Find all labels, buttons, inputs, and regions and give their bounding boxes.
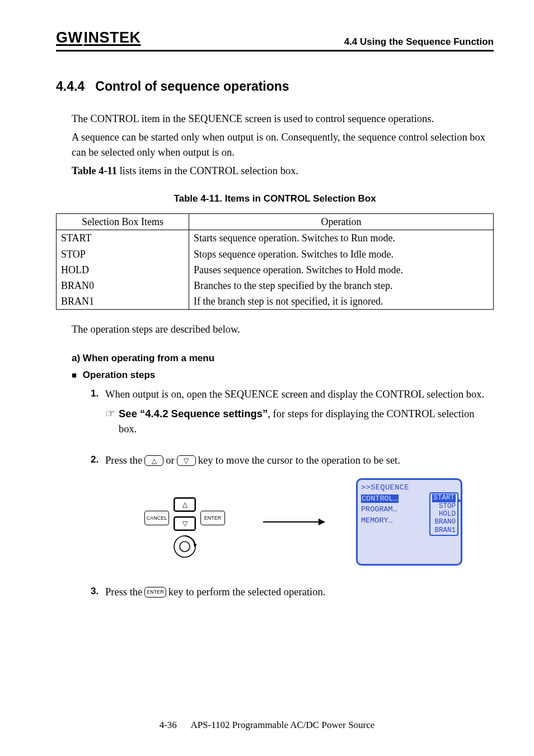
lcd-menu-item: BRAN0 bbox=[432, 518, 456, 526]
operation-steps-heading: ■ Operation steps bbox=[72, 368, 494, 382]
step-2: 2. Press the △ or ▽ key to move the curs… bbox=[91, 453, 494, 566]
cell: STOP bbox=[57, 246, 189, 262]
cell: If the branch step is not specified, it … bbox=[189, 293, 494, 310]
intro-p3-rest: lists items in the CONTROL selection box… bbox=[117, 165, 298, 176]
table-caption: Table 4-11. Items in CONTROL Selection B… bbox=[56, 192, 494, 206]
table-row: BRAN0Branches to the step specified by t… bbox=[57, 278, 494, 293]
intro-p3-bold: Table 4-11 bbox=[72, 165, 117, 176]
step-3-tail: key to perform the selected operation. bbox=[168, 585, 325, 600]
step-2-tail: key to move the cursor to the operation … bbox=[198, 453, 400, 468]
pointer-icon: ☞ bbox=[105, 405, 115, 422]
cell: BRAN1 bbox=[57, 293, 189, 310]
table-row: HOLDPauses sequence operation. Switches … bbox=[57, 262, 494, 278]
see-reference: ☞ See “4.4.2 Sequence settings”, for ste… bbox=[105, 405, 494, 437]
cell: START bbox=[57, 230, 189, 246]
enter-key-icon: ENTER bbox=[144, 587, 166, 598]
cell: Branches to the step specified by the br… bbox=[189, 278, 494, 293]
intro-p3: Table 4-11 lists items in the CONTROL se… bbox=[72, 164, 494, 179]
cell: Stops sequence operation. Switches to Id… bbox=[189, 246, 494, 262]
cell: Starts sequence operation. Switches to R… bbox=[189, 230, 494, 246]
down-key: ▽ bbox=[174, 516, 196, 531]
dial-icon bbox=[172, 534, 197, 559]
table-row: STARTStarts sequence operation. Switches… bbox=[57, 230, 494, 246]
section-name: Control of sequence operations bbox=[95, 79, 289, 94]
table-row: STOPStops sequence operation. Switches t… bbox=[57, 246, 494, 262]
steps-list: 1. When output is on, open the SEQUENCE … bbox=[91, 387, 494, 600]
step-2-lead: Press the bbox=[105, 453, 142, 468]
step-1-text: When output is on, open the SEQUENCE scr… bbox=[105, 389, 484, 400]
page-number: 4-36 bbox=[160, 720, 177, 730]
lcd-scroll-icon: ▶ bbox=[458, 497, 462, 506]
figure: CANCEL △ ▽ ENTER >>SEQUENCE bbox=[105, 478, 494, 566]
page-footer: 4-36 APS-1102 Programmable AC/DC Power S… bbox=[0, 718, 534, 732]
body: The CONTROL item in the SEQUENCE screen … bbox=[72, 111, 494, 178]
cell: BRAN0 bbox=[57, 278, 189, 293]
brand-part-w: W bbox=[68, 27, 83, 49]
control-table: Selection Box Items Operation STARTStart… bbox=[56, 213, 494, 310]
step-3-lead: Press the bbox=[105, 585, 142, 600]
step-2-or: or bbox=[166, 453, 174, 468]
doc-title: APS-1102 Programmable AC/DC Power Source bbox=[190, 720, 374, 730]
cell: Pauses sequence operation. Switches to H… bbox=[189, 262, 494, 278]
brand-part-instek: INSTEK bbox=[84, 27, 141, 49]
keypad-diagram: CANCEL △ ▽ ENTER bbox=[137, 483, 232, 561]
lcd-menu-item: START bbox=[432, 494, 456, 502]
op-steps-label: Operation steps bbox=[83, 370, 155, 380]
intro-p1: The CONTROL item in the SEQUENCE screen … bbox=[72, 111, 494, 127]
lcd-item-selected: CONTROL… bbox=[361, 494, 399, 503]
table-head-items: Selection Box Items bbox=[57, 214, 189, 230]
svg-point-1 bbox=[180, 542, 190, 552]
step-number: 1. bbox=[91, 387, 99, 401]
arrow-icon bbox=[263, 521, 325, 522]
step-1: 1. When output is on, open the SEQUENCE … bbox=[91, 387, 494, 436]
table-head-op: Operation bbox=[189, 214, 494, 230]
enter-key: ENTER bbox=[200, 511, 225, 525]
after-table: The operation steps are described below. bbox=[72, 322, 494, 337]
cell: HOLD bbox=[57, 262, 189, 278]
step-3: 3. Press the ENTER key to perform the se… bbox=[91, 585, 494, 600]
step-number: 2. bbox=[91, 453, 99, 467]
down-key-icon: ▽ bbox=[177, 455, 196, 466]
lcd-menu-item: BRAN1 bbox=[432, 526, 456, 534]
page-header: GWINSTEK 4.4 Using the Sequence Function bbox=[56, 27, 494, 52]
brand-logo: GWINSTEK bbox=[56, 27, 141, 49]
section-number: 4.4.4 bbox=[56, 79, 85, 94]
lcd-screen: >>SEQUENCE CONTROL… PROGRAM… MEMORY… STA… bbox=[356, 478, 462, 566]
square-bullet-icon: ■ bbox=[72, 371, 77, 380]
lcd-popup-menu: START STOP HOLD BRAN0 BRAN1 bbox=[429, 492, 458, 536]
lcd-title: >>SEQUENCE bbox=[361, 482, 457, 493]
lcd-menu-item: HOLD bbox=[432, 510, 456, 518]
intro-p2: A sequence can be started only when outp… bbox=[72, 130, 494, 160]
up-key-icon: △ bbox=[144, 455, 163, 466]
brand-part-g: G bbox=[56, 27, 68, 49]
cancel-key: CANCEL bbox=[144, 511, 169, 525]
up-key: △ bbox=[174, 497, 196, 512]
section-label: 4.4 Using the Sequence Function bbox=[344, 35, 494, 49]
table-row: BRAN1If the branch step is not specified… bbox=[57, 293, 494, 310]
lcd-menu-item: STOP bbox=[432, 502, 456, 510]
section-title: 4.4.4 Control of sequence operations bbox=[56, 77, 494, 96]
see-bold: See “4.4.2 Sequence settings” bbox=[119, 408, 268, 419]
step-number: 3. bbox=[91, 585, 99, 599]
subsection-a: a) When operating from a menu bbox=[72, 352, 494, 366]
